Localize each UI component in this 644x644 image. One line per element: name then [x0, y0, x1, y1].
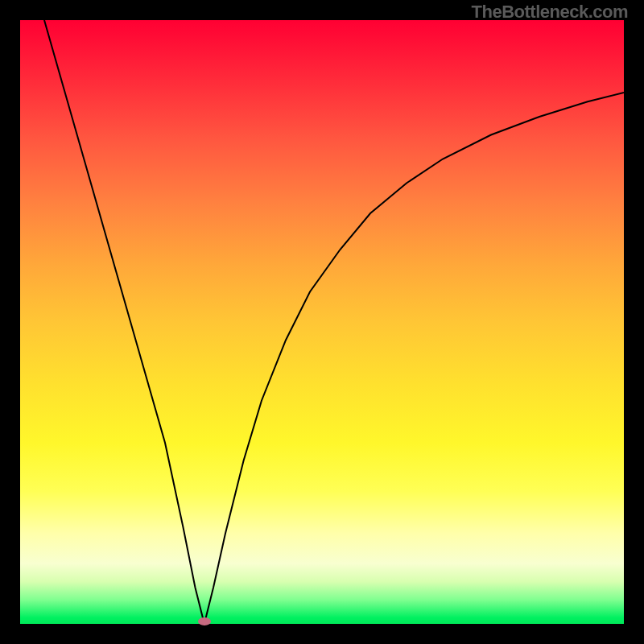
minimum-marker	[198, 617, 211, 625]
curve-path	[44, 20, 624, 624]
plot-area	[20, 20, 624, 624]
watermark-text: TheBottleneck.com	[472, 2, 628, 23]
bottleneck-curve	[20, 20, 624, 624]
